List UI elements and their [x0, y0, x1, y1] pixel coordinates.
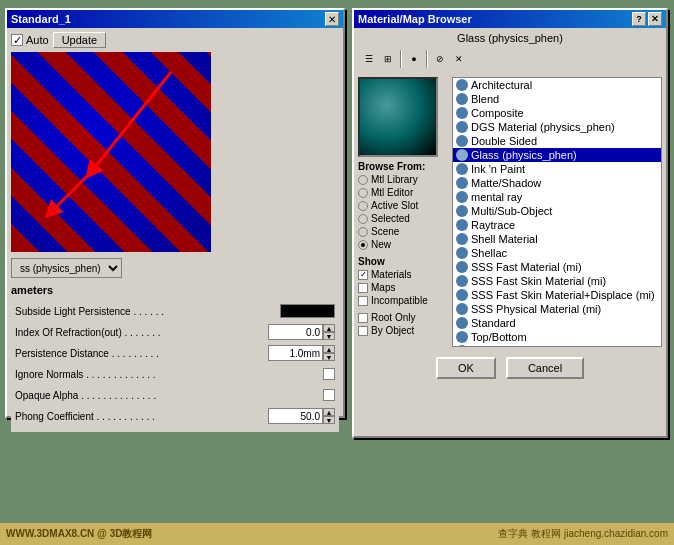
ok-button[interactable]: OK: [436, 357, 496, 379]
mat-label-glass: Glass (physics_phen): [471, 149, 577, 161]
show-materials-item[interactable]: Materials: [358, 269, 448, 280]
spin-up-5[interactable]: ▲: [323, 408, 335, 416]
browser-preview-ball: [358, 77, 438, 157]
param-spinner-1[interactable]: ▲ ▼: [323, 324, 335, 340]
mat-item-xref[interactable]: XRef Material: [453, 344, 661, 347]
mat-icon-blend: [456, 93, 468, 105]
standard-content: ✓ Auto Update ss (physics_phen) a: [7, 28, 343, 436]
spin-down-2[interactable]: ▼: [323, 353, 335, 361]
filter-icon[interactable]: ●: [405, 50, 423, 68]
mat-item-composite[interactable]: Composite: [453, 106, 661, 120]
mat-item-mental-ray[interactable]: mental ray: [453, 190, 661, 204]
param-spinner-2[interactable]: ▲ ▼: [323, 345, 335, 361]
mat-item-sss-skin[interactable]: SSS Fast Skin Material (mi): [453, 274, 661, 288]
param-label-0: Subside Light Persistence . . . . . .: [15, 306, 280, 317]
param-checkbox-4[interactable]: [323, 389, 335, 401]
mat-item-dgs[interactable]: DGS Material (physics_phen): [453, 120, 661, 134]
mat-icon-dgs: [456, 121, 468, 133]
radio-scene-input[interactable]: [358, 227, 368, 237]
auto-checkbox[interactable]: ✓: [11, 34, 23, 46]
mat-item-shellac[interactable]: Shellac: [453, 246, 661, 260]
radio-mtl-editor-input[interactable]: [358, 188, 368, 198]
mat-item-raytrace[interactable]: Raytrace: [453, 218, 661, 232]
mat-item-sss-skin-displace[interactable]: SSS Fast Skin Material+Displace (mi): [453, 288, 661, 302]
root-only-item[interactable]: Root Only: [358, 312, 448, 323]
by-object-item[interactable]: By Object: [358, 325, 448, 336]
show-incompatible-checkbox[interactable]: [358, 296, 368, 306]
mat-item-multi-sub[interactable]: Multi/Sub-Object: [453, 204, 661, 218]
mat-item-shell[interactable]: Shell Material: [453, 232, 661, 246]
delete-icon[interactable]: ✕: [450, 50, 468, 68]
auto-checkbox-label[interactable]: ✓ Auto: [11, 34, 49, 46]
mat-item-matte[interactable]: Matte/Shadow: [453, 176, 661, 190]
mat-icon-architectural: [456, 79, 468, 91]
browser-close-button[interactable]: ✕: [648, 12, 662, 26]
mat-item-ink[interactable]: Ink 'n Paint: [453, 162, 661, 176]
browser-footer: OK Cancel: [354, 351, 666, 385]
radio-selected[interactable]: Selected: [358, 213, 448, 224]
param-color-0[interactable]: [280, 304, 335, 318]
radio-active-slot-label: Active Slot: [371, 200, 418, 211]
show-incompatible-label: Incompatible: [371, 295, 428, 306]
mat-item-top-bottom[interactable]: Top/Bottom: [453, 330, 661, 344]
cancel-button[interactable]: Cancel: [506, 357, 584, 379]
help-button[interactable]: ?: [632, 12, 646, 26]
show-maps-item[interactable]: Maps: [358, 282, 448, 293]
mat-label-matte: Matte/Shadow: [471, 177, 541, 189]
update-button[interactable]: Update: [53, 32, 106, 48]
spin-down-1[interactable]: ▼: [323, 332, 335, 340]
show-maps-label: Maps: [371, 282, 395, 293]
show-maps-checkbox[interactable]: [358, 283, 368, 293]
mat-item-sss-fast[interactable]: SSS Fast Material (mi): [453, 260, 661, 274]
mat-icon-shell: [456, 233, 468, 245]
spin-down-5[interactable]: ▼: [323, 416, 335, 424]
icon-view-icon[interactable]: ⊞: [379, 50, 397, 68]
radio-scene[interactable]: Scene: [358, 226, 448, 237]
mat-label-sss-fast: SSS Fast Material (mi): [471, 261, 582, 273]
mat-item-sss-physical[interactable]: SSS Physical Material (mi): [453, 302, 661, 316]
mat-item-double-sided[interactable]: Double Sided: [453, 134, 661, 148]
mat-item-standard[interactable]: Standard: [453, 316, 661, 330]
param-input-1[interactable]: [268, 324, 323, 340]
list-view-icon[interactable]: ☰: [360, 50, 378, 68]
show-materials-checkbox[interactable]: [358, 270, 368, 280]
radio-active-slot[interactable]: Active Slot: [358, 200, 448, 211]
mat-item-architectural[interactable]: Architectural: [453, 78, 661, 92]
param-spinner-5[interactable]: ▲ ▼: [323, 408, 335, 424]
mat-icon-raytrace: [456, 219, 468, 231]
mat-label-sss-skin: SSS Fast Skin Material (mi): [471, 275, 606, 287]
sort-icon[interactable]: ⊘: [431, 50, 449, 68]
param-input-2[interactable]: [268, 345, 323, 361]
radio-mtl-library-input[interactable]: [358, 175, 368, 185]
param-row-4: Opaque Alpha . . . . . . . . . . . . . .: [15, 386, 335, 404]
by-object-checkbox[interactable]: [358, 326, 368, 336]
radio-mtl-editor[interactable]: Mtl Editor: [358, 187, 448, 198]
param-label-2: Persistence Distance . . . . . . . . .: [15, 348, 268, 359]
root-only-checkbox[interactable]: [358, 313, 368, 323]
material-list[interactable]: Architectural Blend Composite DGS Materi…: [452, 77, 662, 347]
radio-new[interactable]: New: [358, 239, 448, 250]
mat-item-blend[interactable]: Blend: [453, 92, 661, 106]
mat-icon-multi-sub: [456, 205, 468, 217]
show-incompatible-item[interactable]: Incompatible: [358, 295, 448, 306]
standard-close-button[interactable]: ✕: [325, 12, 339, 26]
watermark-right: 查字典 教程网 jiacheng.chazidian.com: [498, 527, 668, 541]
mat-icon-mental-ray: [456, 191, 468, 203]
radio-active-slot-input[interactable]: [358, 201, 368, 211]
watermark-bar: WWW.3DMAX8.CN @ 3D教程网 查字典 教程网 jiacheng.c…: [0, 523, 674, 545]
param-input-5[interactable]: [268, 408, 323, 424]
mat-icon-sss-skin: [456, 275, 468, 287]
mat-label-sss-physical: SSS Physical Material (mi): [471, 303, 601, 315]
radio-mtl-library[interactable]: Mtl Library: [358, 174, 448, 185]
params-area: Subside Light Persistence . . . . . . In…: [11, 298, 339, 432]
spin-up-1[interactable]: ▲: [323, 324, 335, 332]
spin-up-2[interactable]: ▲: [323, 345, 335, 353]
param-checkbox-3[interactable]: [323, 368, 335, 380]
radio-new-input[interactable]: [358, 240, 368, 250]
material-selector[interactable]: ss (physics_phen): [11, 258, 122, 278]
mat-item-glass[interactable]: Glass (physics_phen): [453, 148, 661, 162]
mat-icon-sss-fast: [456, 261, 468, 273]
radio-selected-input[interactable]: [358, 214, 368, 224]
browser-top: Glass (physics_phen) ☰ ⊞ ● ⊘ ✕: [354, 28, 666, 77]
browse-from-label: Browse From:: [358, 161, 448, 172]
